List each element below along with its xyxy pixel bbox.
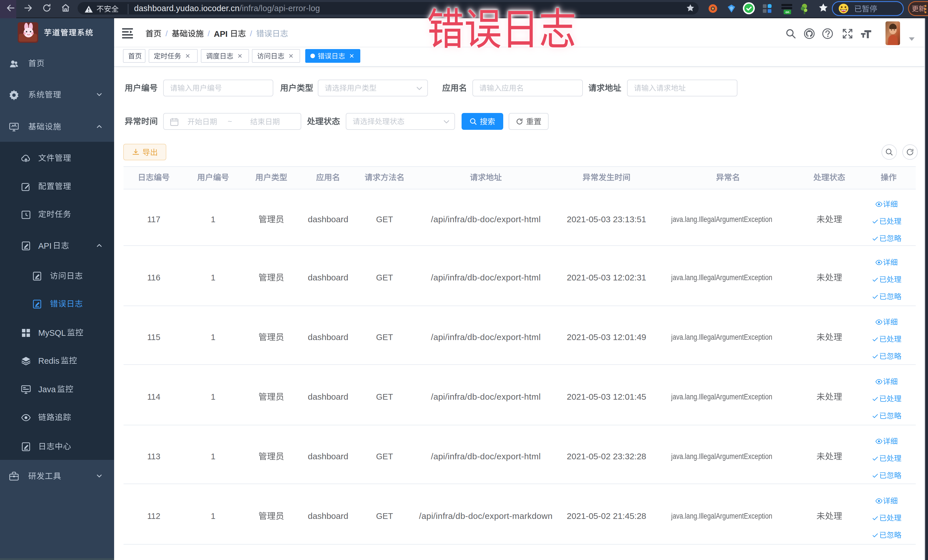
svg-text:on: on [785, 10, 789, 14]
